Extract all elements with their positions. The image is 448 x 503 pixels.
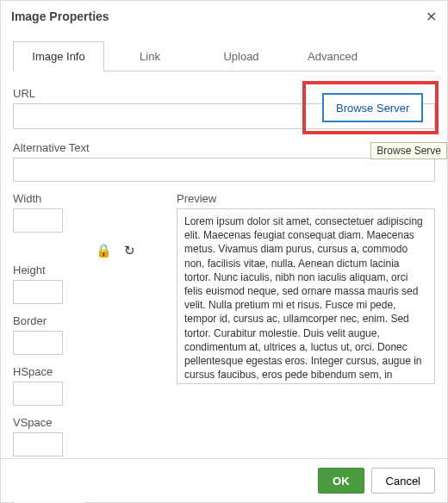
right-column: Preview Lorem ipsum dolor sit amet, cons… bbox=[177, 192, 435, 384]
reset-size-icon[interactable]: ↻ bbox=[124, 243, 135, 258]
image-properties-dialog: Image Properties ✕ Image Info Link Uploa… bbox=[0, 0, 448, 503]
cancel-button[interactable]: Cancel bbox=[371, 468, 435, 494]
close-icon[interactable]: ✕ bbox=[426, 9, 437, 25]
tab-content: URL Alternative Text Width 🔒 ↻ bbox=[13, 71, 435, 503]
vspace-label: VSpace bbox=[13, 416, 159, 429]
tab-advanced[interactable]: Advanced bbox=[287, 41, 378, 71]
width-label: Width bbox=[13, 192, 159, 205]
tab-upload[interactable]: Upload bbox=[196, 41, 287, 71]
height-field: Height bbox=[13, 264, 159, 304]
border-input[interactable] bbox=[13, 331, 63, 355]
hspace-label: HSpace bbox=[13, 365, 159, 378]
browse-server-tooltip: Browse Serve bbox=[370, 142, 447, 159]
dialog-title: Image Properties bbox=[11, 9, 109, 23]
ratio-controls: 🔒 ↻ bbox=[96, 243, 159, 258]
vspace-input[interactable] bbox=[13, 432, 63, 456]
hspace-input[interactable] bbox=[13, 382, 63, 406]
tab-image-info[interactable]: Image Info bbox=[13, 41, 104, 71]
preview-label: Preview bbox=[177, 192, 435, 205]
ok-button[interactable]: OK bbox=[318, 468, 364, 494]
titlebar: Image Properties ✕ bbox=[1, 1, 447, 32]
vspace-field: VSpace bbox=[13, 416, 159, 456]
width-input[interactable] bbox=[13, 208, 63, 233]
left-column: Width 🔒 ↻ Height Border bbox=[13, 192, 159, 503]
tab-link[interactable]: Link bbox=[104, 41, 196, 71]
border-label: Border bbox=[13, 314, 159, 327]
alt-text-input[interactable] bbox=[13, 158, 435, 182]
lock-ratio-icon[interactable]: 🔒 bbox=[96, 243, 112, 258]
tab-bar: Image Info Link Upload Advanced bbox=[13, 40, 435, 71]
browse-server-button[interactable]: Browse Server bbox=[322, 93, 423, 122]
width-field: Width bbox=[13, 192, 159, 233]
preview-box[interactable]: Lorem ipsum dolor sit amet, consectetuer… bbox=[177, 208, 435, 384]
dialog-footer: OK Cancel bbox=[1, 458, 447, 502]
hspace-field: HSpace bbox=[13, 365, 159, 406]
height-input[interactable] bbox=[13, 280, 63, 304]
border-field: Border bbox=[13, 314, 159, 355]
height-label: Height bbox=[13, 264, 159, 276]
columns: Width 🔒 ↻ Height Border bbox=[13, 192, 435, 503]
